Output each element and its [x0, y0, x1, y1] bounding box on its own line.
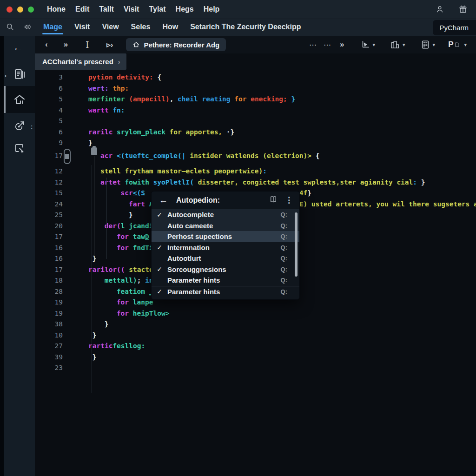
code-line[interactable]: 23 [35, 363, 476, 374]
menubar-item[interactable]: Tylat [147, 4, 167, 14]
nav-item[interactable]: Mage [42, 22, 63, 33]
menubar-item[interactable]: Tallt [97, 4, 116, 14]
menubar-item[interactable]: Edit [73, 4, 91, 14]
back-arrow-icon[interactable]: ← [13, 41, 23, 53]
book-icon[interactable] [269, 195, 278, 205]
sidebar-item-project-files[interactable] [4, 67, 35, 81]
sidebar-item-edit[interactable] [4, 119, 35, 132]
code-token: wert: [88, 85, 109, 92]
code-line[interactable]: 38} [35, 319, 476, 330]
gift-icon[interactable] [458, 5, 468, 14]
code-token: fn: [112, 106, 125, 114]
chevron-down-icon: ▾ [464, 42, 467, 48]
sidebar: ← ‹ : [0, 36, 35, 476]
nav-item[interactable]: View [101, 22, 119, 33]
code-line[interactable]: 6rarilc srylom_plack for apportes, ·} [35, 127, 476, 138]
popup-item-shortcut: Q: [281, 255, 287, 262]
nav-item[interactable]: Setarich The Zecurity Deeckipp [189, 22, 302, 33]
line-number: 20 [35, 221, 63, 232]
popup-item[interactable]: Perhost supectionsQ: [152, 231, 299, 242]
code-line[interactable]: 39} [35, 352, 476, 363]
menubar-item[interactable]: Hone [45, 4, 67, 14]
code-token: fndTi [133, 244, 153, 251]
nav-item[interactable]: Visit [73, 22, 91, 33]
close-button[interactable] [7, 7, 13, 13]
line-number: 27 [35, 341, 63, 352]
code-line[interactable]: 5 [35, 116, 476, 127]
nav-item[interactable]: How [161, 22, 179, 33]
line-number: 12 [35, 177, 63, 188]
nav-back-icon[interactable]: ‹ [43, 40, 50, 49]
user-icon[interactable] [435, 5, 444, 14]
menu-items: HoneEditTalltVisitTylatHegsHelp [45, 4, 221, 14]
popup-item-label: Intermnation [167, 244, 281, 251]
popup-item[interactable]: ✓IntermnationQ: [152, 242, 299, 253]
code-line[interactable]: 6wert: thp: [35, 83, 476, 94]
code-line[interactable]: 12stell frytham mastor—eclets peopertwic… [35, 166, 476, 177]
code-token: rarilor(( [88, 266, 129, 273]
popup-item[interactable]: AutootlurtQ: [152, 253, 299, 264]
line-number: 3 [35, 72, 63, 83]
popup-item[interactable]: ✓AutocompleteQ: [152, 209, 299, 220]
more-actions-icon-2[interactable]: ⋯ [324, 40, 331, 49]
code-token: srylom_plack [117, 128, 170, 136]
more-actions-icon[interactable]: ⋯ [309, 40, 317, 49]
code-line[interactable]: 10} [35, 330, 476, 341]
editor-tab[interactable]: ACChartel's prescred › [35, 53, 126, 70]
popup-back-icon[interactable]: ← [159, 195, 168, 205]
code-token: pytion detivity: [88, 73, 153, 81]
sound-icon[interactable] [23, 23, 32, 33]
menubar-item[interactable]: Visit [122, 4, 141, 14]
chart-tool-dropdown[interactable]: ▾ [390, 40, 405, 50]
table-tool-dropdown[interactable]: ▾ [420, 40, 436, 50]
zoom-button[interactable] [28, 7, 34, 13]
code-line[interactable]: 27rarticfesllog: [35, 341, 476, 352]
menubar-item[interactable]: Hegs [174, 4, 196, 14]
sidebar-item-home[interactable] [4, 86, 35, 113]
nav-forward-icon[interactable]: » [62, 40, 69, 49]
code-line[interactable]: 19for heipTlow> [35, 308, 476, 319]
profile-tool-dropdown[interactable]: P ▾ [448, 40, 467, 49]
line-number: 19 [35, 297, 63, 308]
code-line[interactable]: 12artet fowith syoPletlI( disserter, con… [35, 177, 476, 188]
line-number: 12 [35, 166, 63, 177]
step-run-icon[interactable]: ▹› [105, 40, 115, 50]
code-line[interactable]: 17acr <(tueftc_comple(| instider watlend… [35, 151, 476, 162]
text-cursor-icon[interactable]: I [84, 40, 91, 50]
popup-item[interactable]: ✓SorcouggnesionsQ: [152, 264, 299, 275]
popup-scrollbar[interactable] [295, 212, 298, 277]
code-line[interactable]: 5merfinter (ampecill), cheil reating for… [35, 94, 476, 105]
code-token: thp: [109, 85, 129, 92]
popup-item[interactable]: Parameter hintsQ: [152, 275, 299, 286]
code-token: } [421, 178, 425, 186]
line-number: 19 [35, 308, 63, 319]
popup-header: ← Autopedion: ⋮ [152, 192, 299, 209]
chevron-down-icon: ▾ [373, 42, 376, 48]
code-line[interactable]: 4wartt fn: [35, 105, 476, 116]
popup-item[interactable]: Auto cameeteQ: [152, 220, 299, 231]
popup-item[interactable]: ✓Parameter hintsQ: [152, 286, 299, 298]
code-token: for [117, 310, 133, 317]
gutter-change-marker [64, 149, 71, 164]
code-token: rarilc [88, 128, 117, 136]
popup-item-shortcut: Q: [281, 222, 287, 229]
chevron-down-icon: ▾ [403, 42, 405, 48]
popup-item-label: Autootlurt [167, 254, 281, 262]
sidebar-item-annotate[interactable] [4, 142, 35, 155]
expand-icon[interactable]: » [338, 40, 346, 49]
code-token: fesllog: [112, 342, 145, 350]
search-icon[interactable] [6, 22, 14, 33]
line-number: 39 [35, 352, 63, 363]
line-number: 18 [35, 275, 63, 286]
kebab-menu-icon[interactable]: ⋮ [285, 195, 293, 205]
nav-items: MageVisitViewSelesHowSetarich The Zecuri… [42, 22, 302, 33]
menubar-item[interactable]: Help [202, 4, 222, 14]
ruler-tool-dropdown[interactable]: ▾ [360, 40, 376, 50]
code-token: disserter, congicted test swplests,ster … [198, 178, 413, 186]
code-line[interactable]: 9} [35, 138, 476, 149]
code-line[interactable]: 3pytion detivity: { [35, 72, 476, 83]
gutter-bookmark-icon [91, 147, 97, 155]
nav-item[interactable]: Seles [130, 22, 152, 33]
run-config-button[interactable]: Pethere: Recorder Adg [126, 38, 226, 51]
minimize-button[interactable] [17, 7, 23, 13]
